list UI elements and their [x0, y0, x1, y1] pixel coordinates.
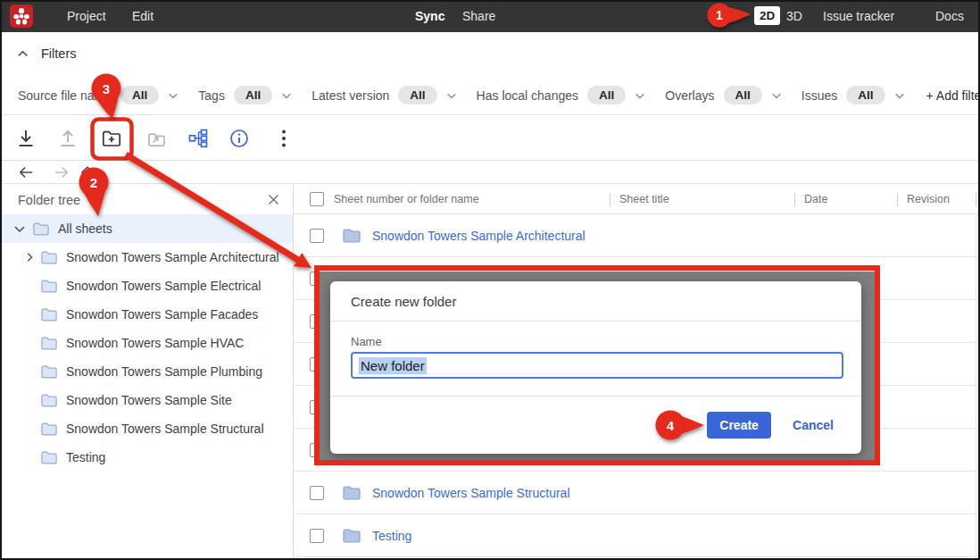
more-options-icon[interactable]	[278, 128, 290, 149]
chevron-down-icon[interactable]	[635, 90, 645, 101]
move-to-folder-icon	[145, 128, 167, 149]
tree-item-label: Snowdon Towers Sample Plumbing	[66, 364, 262, 379]
column-label: Sheet number or folder name	[334, 193, 479, 205]
select-all-checkbox[interactable]	[310, 192, 324, 206]
folder-icon	[41, 394, 57, 407]
folder-link[interactable]: Snowdon Towers Sample Structural	[372, 486, 570, 500]
column-label: Date	[804, 193, 827, 205]
sheets-toolbar	[0, 114, 980, 161]
chevron-down-icon[interactable]	[771, 90, 782, 101]
navigation-row	[0, 162, 980, 184]
tree-item-label: All sheets	[58, 221, 112, 236]
revizto-logo-icon[interactable]	[10, 4, 33, 28]
column-sheet-number[interactable]: Sheet number or folder name	[294, 185, 610, 213]
filter-label: Issues	[801, 88, 837, 103]
table-right-rule	[976, 214, 976, 560]
menu-project[interactable]: Project	[67, 0, 106, 32]
chevron-down-icon[interactable]	[13, 222, 26, 235]
row-checkbox[interactable]	[310, 486, 324, 500]
create-folder-dialog: Create new folder Name New folder Create…	[330, 281, 861, 454]
filter-issues: Issues All	[801, 86, 905, 104]
row-checkbox[interactable]	[310, 229, 324, 243]
revizto-app-window: Project Edit Sync Share 2D 3D Issue trac…	[0, 0, 980, 560]
table-header: Sheet number or folder name Sheet title …	[294, 185, 980, 214]
folder-icon	[343, 529, 361, 543]
folder-icon	[343, 229, 361, 243]
home-icon[interactable]	[79, 164, 96, 180]
row-checkbox[interactable]	[310, 529, 324, 543]
folder-tree-title: Folder tree	[18, 193, 80, 207]
menu-share[interactable]: Share	[462, 0, 495, 32]
table-row[interactable]: Snowdon Towers Sample Structural	[294, 472, 980, 514]
forward-icon	[54, 164, 70, 180]
chevron-down-icon[interactable]	[281, 90, 292, 101]
chevron-right-icon[interactable]	[24, 252, 35, 263]
chevron-down-icon[interactable]	[894, 90, 905, 101]
tree-item-label: Snowdon Towers Sample Structural	[66, 422, 264, 436]
chevron-down-icon[interactable]	[168, 90, 179, 101]
filter-value-pill[interactable]: All	[234, 86, 272, 104]
top-menu-bar: Project Edit Sync Share 2D 3D Issue trac…	[0, 0, 980, 32]
tree-item-label: Snowdon Towers Sample Electrical	[66, 279, 261, 293]
add-filter-button[interactable]: + Add filter	[926, 88, 980, 103]
filter-value-pill[interactable]: All	[398, 86, 436, 104]
filters-header[interactable]: Filters	[17, 46, 76, 61]
cancel-button[interactable]: Cancel	[793, 418, 834, 432]
folder-icon	[33, 222, 49, 236]
create-new-folder-icon[interactable]	[101, 128, 122, 149]
tree-item-label: Snowdon Towers Sample Facades	[66, 307, 258, 322]
tree-item-all-sheets[interactable]: All sheets	[0, 214, 293, 243]
tree-item-folder[interactable]: Snowdon Towers Sample Structural	[0, 414, 293, 443]
menu-sync[interactable]: Sync	[415, 0, 444, 32]
filter-overlays: Overlays All	[665, 86, 782, 104]
filter-value-pill[interactable]: All	[846, 86, 884, 104]
create-button[interactable]: Create	[707, 412, 771, 439]
chevron-down-icon[interactable]	[446, 90, 457, 101]
tree-item-folder[interactable]: Snowdon Towers Sample Plumbing	[0, 357, 293, 386]
filter-tags: Tags All	[198, 86, 292, 104]
sheet-tree-view-icon[interactable]	[187, 128, 209, 149]
table-row[interactable]: Testing	[294, 514, 980, 557]
folder-tree-panel: Folder tree All sheets Snowdon Towers Sa…	[0, 185, 294, 560]
tree-item-folder[interactable]: Snowdon Towers Sample Electrical	[0, 272, 293, 300]
filter-source-file-name: Source file name All	[18, 86, 179, 104]
folder-icon	[41, 365, 57, 379]
dialog-footer: Create Cancel	[330, 396, 861, 454]
menu-edit[interactable]: Edit	[132, 0, 154, 32]
table-row[interactable]: Snowdon Towers Sample Architectural	[294, 214, 980, 257]
tree-item-folder[interactable]: Snowdon Towers Sample HVAC	[0, 329, 293, 357]
tree-item-folder[interactable]: Snowdon Towers Sample Site	[0, 386, 293, 414]
tab-2d[interactable]: 2D	[754, 6, 780, 25]
folder-tree: All sheets Snowdon Towers Sample Archite…	[0, 214, 293, 472]
column-date[interactable]: Date	[794, 185, 897, 213]
tree-item-label: Testing	[66, 450, 105, 464]
close-icon[interactable]	[267, 193, 280, 206]
download-icon[interactable]	[15, 128, 37, 149]
tree-item-folder[interactable]: Testing	[0, 443, 293, 472]
tab-docs[interactable]: Docs	[935, 0, 964, 32]
folder-name-input[interactable]: New folder	[351, 352, 843, 379]
folder-icon	[41, 422, 57, 436]
chevron-up-icon	[17, 48, 29, 60]
filter-label: Overlays	[665, 88, 714, 103]
info-icon[interactable]	[228, 128, 250, 149]
back-icon[interactable]	[18, 164, 34, 180]
filter-latest-version: Latest version All	[311, 86, 456, 104]
column-spacer	[976, 185, 980, 213]
filter-value-pill[interactable]: All	[724, 86, 762, 104]
name-field-label: Name	[351, 335, 382, 348]
column-sheet-title[interactable]: Sheet title	[610, 185, 794, 213]
column-revision[interactable]: Revision	[897, 185, 976, 213]
folder-icon	[41, 251, 57, 264]
folder-link[interactable]: Snowdon Towers Sample Architectural	[372, 229, 586, 243]
tree-item-folder[interactable]: Snowdon Towers Sample Architectural	[0, 243, 293, 272]
tab-3d[interactable]: 3D	[786, 0, 802, 32]
folder-link[interactable]: Testing	[372, 529, 411, 543]
tree-item-folder[interactable]: Snowdon Towers Sample Facades	[0, 300, 293, 329]
dialog-title: Create new folder	[330, 281, 861, 322]
filter-value-pill[interactable]: All	[587, 86, 626, 104]
filter-label: Source file name	[18, 88, 112, 103]
tab-issue-tracker[interactable]: Issue tracker	[823, 0, 894, 32]
filter-value-pill[interactable]: All	[120, 86, 159, 104]
tree-item-label: Snowdon Towers Sample HVAC	[66, 336, 244, 350]
